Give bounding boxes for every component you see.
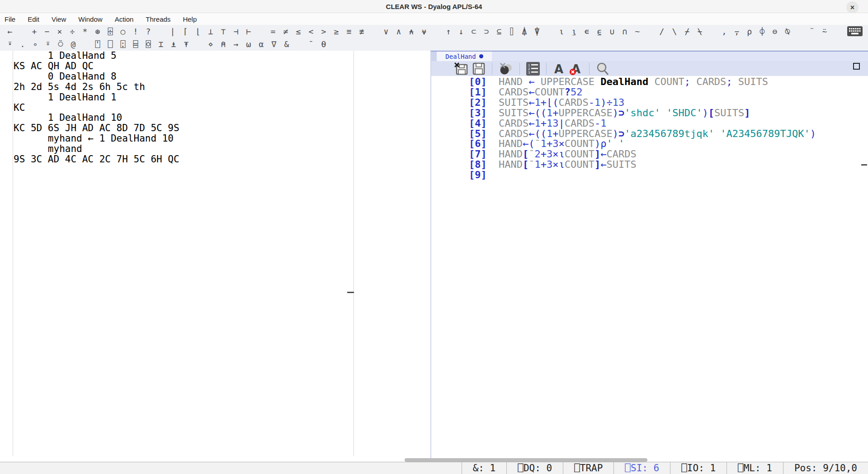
apl-glyph-button[interactable]: . (16, 38, 29, 50)
apl-glyph-button[interactable]: ⍎ (167, 38, 180, 50)
apl-glyph-button[interactable]: ⍸ (568, 25, 580, 37)
horizontal-scrollbar-thumb[interactable] (405, 458, 647, 462)
session-scrollbar-thumb[interactable] (347, 292, 354, 293)
apl-glyph-button[interactable]: ⊛ (91, 25, 104, 37)
apl-glyph-button[interactable]: ⍴ (743, 25, 756, 37)
apl-glyph-button[interactable]: @ (67, 38, 80, 50)
apl-glyph-button[interactable]: ⊥ (204, 25, 217, 37)
apl-glyph-button[interactable]: ∪ (606, 25, 618, 37)
apl-glyph-button[interactable]: ⍀ (693, 25, 706, 37)
apl-glyph-button[interactable]: & (280, 38, 293, 50)
editor-scrollbar-thumb[interactable] (861, 164, 867, 166)
apl-glyph-button[interactable]: ⌊ (192, 25, 204, 37)
apl-glyph-button[interactable]: ⋄ (204, 38, 217, 50)
apl-glyph-button[interactable]: ⌷ (505, 25, 518, 37)
editor-line[interactable]: [2]SUITS←1+⌊(CARDS-1)÷13 (431, 98, 862, 108)
apl-glyph-button[interactable]: ⍱ (418, 25, 430, 37)
uncomment-icon[interactable]: A (569, 62, 583, 76)
apl-glyph-button[interactable]: ¨ (806, 25, 818, 37)
apl-glyph-button[interactable]: ⌺ (142, 38, 155, 50)
apl-glyph-button[interactable]: ⍠ (117, 38, 129, 50)
apl-glyph-button[interactable]: ↑ (442, 25, 455, 37)
menu-action[interactable]: Action (115, 15, 134, 23)
apl-glyph-button[interactable]: ⍝ (217, 38, 230, 50)
apl-glyph-button[interactable]: ⍺ (255, 38, 268, 50)
apl-glyph-button[interactable]: ← (4, 25, 16, 37)
apl-glyph-button[interactable]: ⊤ (217, 25, 230, 37)
editor-line[interactable]: [7]HAND[¯2+3×⍳COUNT]←CARDS (431, 149, 862, 160)
maximize-icon[interactable] (853, 63, 860, 70)
menu-window[interactable]: Window (78, 15, 102, 23)
search-icon[interactable] (596, 62, 609, 76)
apl-glyph-button[interactable]: ≡ (343, 25, 355, 37)
apl-glyph-button[interactable]: , (718, 25, 731, 37)
apl-glyph-button[interactable]: ⍤ (42, 38, 54, 50)
apl-glyph-button[interactable]: ⍬ (317, 38, 330, 50)
apl-glyph-button[interactable]: ⍥ (54, 38, 67, 50)
apl-glyph-button[interactable]: > (317, 25, 330, 37)
editor-line[interactable]: [4]CARDS←1+13|CARDS-1 (431, 118, 862, 129)
apl-glyph-button[interactable]: ⌶ (155, 38, 167, 50)
apl-glyph-button[interactable]: ⍵ (242, 38, 255, 50)
editor-line[interactable]: [0]HAND ← UPPERCASE DealHand COUNT; CARD… (431, 77, 862, 87)
apl-glyph-button[interactable]: ∨ (380, 25, 392, 37)
apl-glyph-button[interactable]: ∇ (268, 38, 280, 50)
keyboard-icon[interactable] (847, 26, 863, 36)
apl-glyph-button[interactable]: ≤ (292, 25, 305, 37)
editor-line[interactable]: [8]HAND[¯1+3×⍳COUNT]←SUITS (431, 160, 862, 170)
apl-glyph-button[interactable]: ⍕ (180, 38, 193, 50)
apl-glyph-button[interactable]: ∩ (618, 25, 631, 37)
menu-edit[interactable]: Edit (28, 15, 39, 23)
apl-glyph-button[interactable]: ~ (631, 25, 644, 37)
apl-glyph-button[interactable]: ⎕ (104, 38, 117, 50)
editor-line[interactable]: [9] (431, 170, 862, 180)
apl-glyph-button[interactable]: ⍳ (555, 25, 568, 37)
apl-glyph-button[interactable]: ⍪ (731, 25, 743, 37)
apl-glyph-button[interactable]: ⊖ (769, 25, 781, 37)
apl-glyph-button[interactable]: ○ (117, 25, 129, 37)
line-numbers-icon[interactable]: 123 (526, 62, 540, 76)
apl-glyph-button[interactable]: ≠ (279, 25, 292, 37)
apl-glyph-button[interactable]: ⊣ (230, 25, 242, 37)
apl-glyph-button[interactable]: ⌹ (104, 25, 117, 37)
menu-view[interactable]: View (52, 15, 66, 23)
apl-glyph-button[interactable]: ⌸ (129, 38, 142, 50)
editor-line[interactable]: [1]CARDS←COUNT?52 (431, 87, 862, 98)
session-scrollbar[interactable] (354, 51, 354, 456)
close-icon[interactable]: × (846, 1, 859, 14)
apl-glyph-button[interactable]: ⍉ (781, 25, 794, 37)
apl-glyph-button[interactable]: × (53, 25, 66, 37)
apl-glyph-button[interactable]: ⍣ (4, 38, 16, 50)
apl-glyph-button[interactable]: ⌈ (179, 25, 192, 37)
save-icon[interactable] (472, 62, 486, 76)
apl-glyph-button[interactable]: ⊆ (493, 25, 505, 37)
apl-glyph-button[interactable]: = (267, 25, 279, 37)
apl-glyph-button[interactable]: ? (142, 25, 155, 37)
apl-glyph-button[interactable]: ∊ (580, 25, 593, 37)
session-log[interactable]: 1 DealHand 5KS AC QH AD QC 0 DealHand 82… (14, 51, 353, 456)
apl-glyph-button[interactable]: → (230, 38, 242, 50)
apl-glyph-button[interactable]: ! (129, 25, 142, 37)
editor-code[interactable]: [0]HAND ← UPPERCASE DealHand COUNT; CARD… (431, 76, 862, 456)
apl-glyph-button[interactable]: \ (668, 25, 681, 37)
menu-file[interactable]: File (5, 15, 15, 23)
apl-glyph-button[interactable]: ↓ (455, 25, 467, 37)
comment-icon[interactable]: A (553, 62, 566, 76)
apl-glyph-button[interactable]: < (305, 25, 317, 37)
apl-glyph-button[interactable]: ⊂ (467, 25, 480, 37)
menu-threads[interactable]: Threads (146, 15, 170, 23)
apl-glyph-button[interactable]: | (166, 25, 179, 37)
apl-glyph-button[interactable]: ⍷ (593, 25, 606, 37)
menu-help[interactable]: Help (183, 15, 197, 23)
apl-glyph-button[interactable]: − (41, 25, 53, 37)
apl-glyph-button[interactable]: / (656, 25, 668, 37)
apl-glyph-button[interactable]: ⍨ (818, 25, 831, 37)
stop-point-icon[interactable] (499, 62, 513, 76)
apl-glyph-button[interactable]: + (28, 25, 41, 37)
apl-glyph-button[interactable]: ≥ (330, 25, 343, 37)
apl-glyph-button[interactable]: ⍋ (518, 25, 531, 37)
apl-glyph-button[interactable]: * (79, 25, 91, 37)
tab-dealhand[interactable]: DealHand (437, 52, 492, 61)
apl-glyph-button[interactable]: ÷ (66, 25, 79, 37)
editor-line[interactable]: [3]SUITS←((1+UPPERCASE)⊃'shdc' 'SHDC')[S… (431, 108, 862, 118)
